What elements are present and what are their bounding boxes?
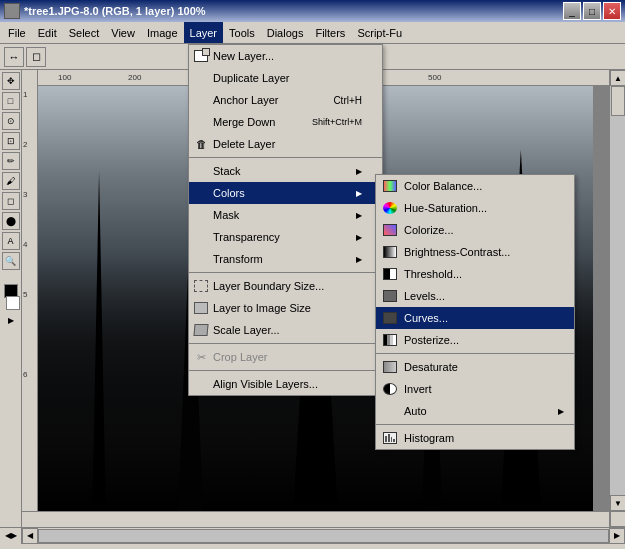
colorize-label: Colorize... <box>404 224 454 236</box>
menu-scale-layer[interactable]: Scale Layer... <box>189 319 382 341</box>
menu-tools[interactable]: Tools <box>223 22 261 43</box>
layer-menu-popup: New Layer... Duplicate Layer Anchor Laye… <box>188 44 383 396</box>
delete-layer-label: Delete Layer <box>213 138 275 150</box>
anchor-shortcut: Ctrl+H <box>313 95 362 106</box>
toolbar-btn-1[interactable]: ↔ <box>4 47 24 67</box>
invert-icon <box>380 381 400 397</box>
scroll-track-vertical <box>610 86 625 495</box>
tool-text[interactable]: A <box>2 232 20 250</box>
separator-2 <box>189 272 382 273</box>
menu-desaturate[interactable]: Desaturate <box>376 356 574 378</box>
histogram-label: Histogram <box>404 432 454 444</box>
colors-arrow: ▶ <box>356 189 362 198</box>
new-layer-icon <box>193 48 209 64</box>
menu-mask[interactable]: Mask ▶ <box>189 204 382 226</box>
left-toolbar: ✥ □ ⊙ ⊡ ✏ 🖌 ◻ ⬤ A 🔍 ▶ <box>0 70 22 527</box>
separator-3 <box>189 343 382 344</box>
scroll-track-horizontal <box>38 529 609 543</box>
menu-color-balance[interactable]: Color Balance... <box>376 175 574 197</box>
hue-saturation-label: Hue-Saturation... <box>404 202 487 214</box>
menu-duplicate-layer[interactable]: Duplicate Layer <box>189 67 382 89</box>
menu-layer-boundary-size[interactable]: Layer Boundary Size... <box>189 275 382 297</box>
menu-merge-down[interactable]: Merge Down Shift+Ctrl+M <box>189 111 382 133</box>
scroll-down-button[interactable]: ▼ <box>610 495 625 511</box>
menu-colors[interactable]: Colors ▶ <box>189 182 382 204</box>
menu-histogram[interactable]: Histogram <box>376 427 574 449</box>
close-button[interactable]: ✕ <box>603 2 621 20</box>
scroll-left-button[interactable]: ◀ <box>22 528 38 544</box>
curves-icon <box>380 310 400 326</box>
histogram-icon <box>380 430 400 446</box>
menu-delete-layer[interactable]: 🗑 Delete Layer <box>189 133 382 155</box>
new-layer-label: New Layer... <box>213 50 274 62</box>
menu-bar: File Edit Select View Image Layer Tools … <box>0 22 625 44</box>
scroll-up-button[interactable]: ▲ <box>610 70 625 86</box>
threshold-label: Threshold... <box>404 268 462 280</box>
tool-fill[interactable]: ⬤ <box>2 212 20 230</box>
tool-crop[interactable]: ⊡ <box>2 132 20 150</box>
menu-script-fu[interactable]: Script-Fu <box>351 22 408 43</box>
menu-threshold[interactable]: Threshold... <box>376 263 574 285</box>
tool-eraser[interactable]: ◻ <box>2 192 20 210</box>
separator-4 <box>189 370 382 371</box>
stack-arrow: ▶ <box>356 167 362 176</box>
menu-select[interactable]: Select <box>63 22 106 43</box>
menu-new-layer[interactable]: New Layer... <box>189 45 382 67</box>
hue-saturation-icon <box>380 200 400 216</box>
menu-layer-to-image-size[interactable]: Layer to Image Size <box>189 297 382 319</box>
ruler-left: 1 2 3 4 5 6 <box>22 70 38 527</box>
menu-view[interactable]: View <box>105 22 141 43</box>
desaturate-icon <box>380 359 400 375</box>
menu-brightness-contrast[interactable]: Brightness-Contrast... <box>376 241 574 263</box>
tool-move[interactable]: ✥ <box>2 72 20 90</box>
menu-crop-layer[interactable]: ✂ Crop Layer <box>189 346 382 368</box>
maximize-button[interactable]: □ <box>583 2 601 20</box>
transparency-arrow: ▶ <box>356 233 362 242</box>
menu-transform[interactable]: Transform ▶ <box>189 248 382 270</box>
invert-label: Invert <box>404 383 432 395</box>
menu-image[interactable]: Image <box>141 22 184 43</box>
menu-align-visible[interactable]: Align Visible Layers... <box>189 373 382 395</box>
menu-filters[interactable]: Filters <box>309 22 351 43</box>
menu-auto[interactable]: Auto ▶ <box>376 400 574 422</box>
bottom-scrollbar: ◀▶ ◀ ▶ <box>0 527 625 543</box>
menu-anchor-layer[interactable]: Anchor Layer Ctrl+H <box>189 89 382 111</box>
tool-lasso[interactable]: ⊙ <box>2 112 20 130</box>
menu-file[interactable]: File <box>2 22 32 43</box>
menu-stack[interactable]: Stack ▶ <box>189 160 382 182</box>
threshold-icon <box>380 266 400 282</box>
tool-zoom[interactable]: 🔍 <box>2 252 20 270</box>
stack-label: Stack <box>213 165 241 177</box>
colors-separator-1 <box>376 353 574 354</box>
auto-label: Auto <box>404 405 427 417</box>
posterize-icon <box>380 332 400 348</box>
mask-label: Mask <box>213 209 239 221</box>
menu-invert[interactable]: Invert <box>376 378 574 400</box>
nav-arrow: ▶ <box>8 316 14 325</box>
scale-layer-icon <box>193 322 209 338</box>
curves-label: Curves... <box>404 312 448 324</box>
scroll-thumb-vertical[interactable] <box>611 86 625 116</box>
menu-dialogs[interactable]: Dialogs <box>261 22 310 43</box>
title-bar: *tree1.JPG-8.0 (RGB, 1 layer) 100% _ □ ✕ <box>0 0 625 22</box>
layer-boundary-label: Layer Boundary Size... <box>213 280 324 292</box>
bg-color[interactable] <box>6 296 20 310</box>
status-bar: Background (3.29 MB) <box>0 543 625 549</box>
menu-transparency[interactable]: Transparency ▶ <box>189 226 382 248</box>
toolbar-btn-2[interactable]: ◻ <box>26 47 46 67</box>
menu-curves[interactable]: Curves... <box>376 307 574 329</box>
minimize-button[interactable]: _ <box>563 2 581 20</box>
menu-hue-saturation[interactable]: Hue-Saturation... <box>376 197 574 219</box>
menu-colorize[interactable]: Colorize... <box>376 219 574 241</box>
tool-pencil[interactable]: ✏ <box>2 152 20 170</box>
menu-edit[interactable]: Edit <box>32 22 63 43</box>
scroll-right-button[interactable]: ▶ <box>609 528 625 544</box>
levels-label: Levels... <box>404 290 445 302</box>
menu-posterize[interactable]: Posterize... <box>376 329 574 351</box>
tool-rect[interactable]: □ <box>2 92 20 110</box>
menu-layer[interactable]: Layer <box>184 22 224 43</box>
tool-paint[interactable]: 🖌 <box>2 172 20 190</box>
separator-1 <box>189 157 382 158</box>
menu-levels[interactable]: Levels... <box>376 285 574 307</box>
scale-layer-label: Scale Layer... <box>213 324 280 336</box>
